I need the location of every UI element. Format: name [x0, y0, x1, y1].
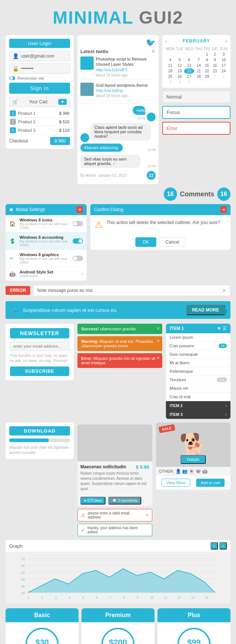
subscribe-button[interactable]: SUBSCRIBE: [10, 366, 69, 376]
cal-cell[interactable]: 8: [203, 57, 211, 63]
checkout-price: $ 960: [50, 137, 70, 145]
error-close-btn[interactable]: ✕: [222, 287, 226, 293]
list-item[interactable]: Mauris vel: [166, 384, 230, 393]
cal-cell[interactable]: [165, 52, 175, 57]
signin-button[interactable]: Sign In: [9, 83, 70, 94]
cal-cell[interactable]: [175, 52, 184, 57]
modal-item-4[interactable]: 🤖 Android Style Set 15000 icons ›: [6, 267, 87, 281]
cal-cell[interactable]: 26: [175, 74, 184, 79]
cal-cell-other[interactable]: 3: [165, 79, 175, 85]
list-item2-header[interactable]: ITEM 2 ›: [166, 401, 230, 410]
modal-close-button[interactable]: ✕: [76, 206, 83, 213]
add-to-cart-button[interactable]: Add to cart: [196, 479, 225, 487]
chat-row-4: Sed vitae turpis eu sem aliquet gravida.…: [80, 155, 156, 169]
alert-warning-close[interactable]: ✕: [156, 338, 160, 344]
toggle-1[interactable]: [73, 221, 83, 226]
cal-next-btn[interactable]: ›: [226, 38, 228, 44]
comment-button[interactable]: 💬 3 comments: [108, 497, 141, 504]
graph-panel: Graph ‹ › 70 60 50 40 30 20: [6, 540, 230, 603]
details-button[interactable]: Details: [180, 455, 206, 464]
cart-row[interactable]: 🛒 Your Cart ▼: [9, 97, 70, 107]
cal-cell[interactable]: 24: [219, 68, 228, 74]
normal-input[interactable]: [162, 91, 230, 103]
cal-cell[interactable]: 19: [175, 68, 184, 74]
cal-cell[interactable]: 10: [219, 57, 228, 63]
list-item[interactable]: Lorem ipsum: [166, 333, 230, 342]
person-icon-2: 👥: [182, 469, 188, 474]
cal-cell-other[interactable]: 2: [219, 74, 228, 79]
list-item[interactable]: Tincidunt334: [166, 376, 230, 384]
chevron-down-icon[interactable]: ▼: [217, 326, 221, 331]
alert-success-close[interactable]: ✕: [156, 326, 160, 331]
cal-cell-other[interactable]: 1: [211, 74, 219, 79]
ok-button[interactable]: OK: [135, 237, 156, 247]
cancel-button[interactable]: Cancel: [159, 237, 185, 247]
cal-cell[interactable]: 5: [175, 57, 184, 63]
password-field-group[interactable]: 🔒: [9, 63, 70, 74]
cal-cell-other[interactable]: 5: [184, 79, 194, 85]
graphics-icon: ✂: [9, 255, 17, 261]
cal-cell[interactable]: 14: [194, 63, 204, 68]
cal-cell[interactable]: 22: [203, 68, 211, 74]
list-item[interactable]: Mi at libero: [166, 359, 230, 367]
cal-cell[interactable]: 4: [165, 57, 175, 63]
cal-cell[interactable]: 25: [165, 74, 175, 79]
like-button[interactable]: ♥ 679 likes: [80, 497, 105, 504]
email-input[interactable]: [21, 54, 76, 59]
cal-cell[interactable]: 16: [211, 63, 219, 68]
error-input[interactable]: [162, 122, 230, 135]
tweet-link-1[interactable]: http://ow.ly/jmdF3: [96, 68, 128, 72]
cal-cell[interactable]: 9: [211, 57, 219, 63]
cal-cell[interactable]: 7: [194, 57, 204, 63]
email-field-group[interactable]: 👤 ▼: [9, 51, 70, 61]
cal-cell[interactable]: [194, 52, 204, 57]
list-item[interactable]: Pellentesque: [166, 367, 230, 376]
toggle-2[interactable]: [73, 238, 83, 244]
cal-cell[interactable]: [184, 52, 194, 57]
view-more-button[interactable]: View More: [162, 479, 190, 487]
modal-item-2[interactable]: 💲 Windows 8 accounting Big windows 8 ico…: [6, 233, 87, 250]
cal-cell[interactable]: 11: [165, 63, 175, 68]
modal-arrow-4[interactable]: ›: [81, 271, 83, 276]
focus-input[interactable]: [162, 106, 230, 119]
menu-icon[interactable]: ☰: [223, 326, 227, 331]
modal-item-1[interactable]: 🏠 Windows 8 icons Big windows 8 icon set…: [6, 215, 87, 233]
list-item[interactable]: Cras id erat: [166, 393, 230, 401]
list-item3-header[interactable]: ITEM 3 ›: [166, 410, 230, 419]
newsletter-email-input[interactable]: [10, 341, 69, 351]
cal-cell-today[interactable]: 20: [184, 68, 194, 74]
cal-cell[interactable]: 12: [175, 63, 184, 68]
read-more-button[interactable]: READ MORE: [186, 305, 225, 315]
cal-cell[interactable]: 29: [203, 74, 211, 79]
cal-cell[interactable]: 18: [165, 68, 175, 74]
cal-cell[interactable]: 17: [219, 63, 228, 68]
modal-item-3[interactable]: ✂ Windows 8 graphics Big windows 8 icon …: [6, 250, 87, 267]
cart-dropdown[interactable]: ▼: [58, 99, 67, 105]
twitter-close-btn[interactable]: ✕: [151, 48, 156, 54]
cal-cell[interactable]: 28: [194, 74, 204, 79]
cal-cell[interactable]: 15: [203, 63, 211, 68]
remember-toggle[interactable]: [9, 76, 15, 80]
cal-cell[interactable]: 2: [211, 52, 219, 57]
password-input[interactable]: [21, 66, 76, 71]
tweet-link-2[interactable]: http://ow.ly/jIng: [96, 88, 123, 93]
cal-cell[interactable]: 21: [194, 68, 204, 74]
graph-next-btn[interactable]: ›: [219, 542, 227, 550]
cal-cell[interactable]: 23: [211, 68, 219, 74]
cal-cell[interactable]: 6: [184, 57, 194, 63]
alert-error-close[interactable]: ✕: [156, 355, 160, 361]
graph-prev-btn[interactable]: ‹: [211, 542, 218, 550]
cal-day-thu: THU: [194, 46, 204, 52]
cal-cell[interactable]: 3: [219, 52, 228, 57]
cal-prev-btn[interactable]: ‹: [165, 38, 167, 44]
confirm-close-button[interactable]: ✕: [220, 206, 227, 213]
cal-cell[interactable]: 27: [184, 74, 194, 79]
list-item[interactable]: Duis consequat: [166, 350, 230, 359]
cal-cell[interactable]: 1: [203, 52, 211, 57]
validation-error-close[interactable]: ✕: [145, 513, 149, 518]
cal-cell-other[interactable]: 4: [175, 79, 184, 85]
toggle-3[interactable]: [73, 256, 83, 261]
cal-cell[interactable]: 13: [184, 63, 194, 68]
list-item[interactable]: Cras posuere15: [166, 342, 230, 350]
list-header-icons: ▼ ☰: [217, 326, 227, 331]
